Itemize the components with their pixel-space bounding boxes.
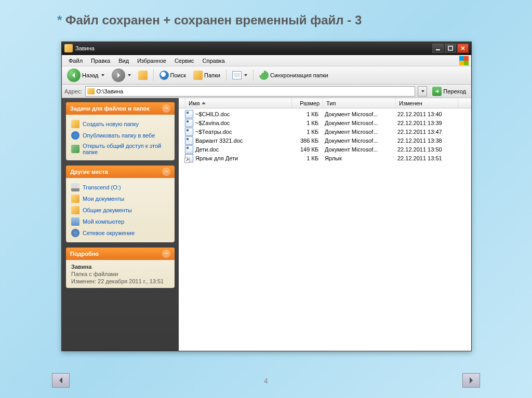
address-bar: Адрес: O:\Завина Переход — [62, 85, 471, 98]
file-size: 1 КБ — [290, 129, 322, 135]
panel-places-title: Другие места — [70, 169, 108, 175]
chevron-down-icon — [244, 74, 247, 76]
place-drive[interactable]: Transcend (O:) — [71, 182, 169, 193]
folders-label: Папки — [204, 72, 220, 78]
file-icon — [185, 136, 193, 145]
close-button[interactable] — [457, 44, 469, 53]
file-type: Документ Microsof... — [322, 129, 394, 135]
menu-tools[interactable]: Сервис — [170, 56, 198, 65]
menu-favorites[interactable]: Избранное — [133, 56, 170, 65]
globe-icon — [71, 131, 79, 140]
file-date: 22.12.2011 13:50 — [394, 146, 457, 153]
file-name: ~$Zavina.doc — [195, 120, 290, 126]
panel-tasks-header[interactable]: Задачи для файлов и папок — [66, 102, 175, 115]
column-label: Имя — [189, 100, 200, 106]
place-network[interactable]: Сетевое окружение — [71, 227, 169, 239]
column-type[interactable]: Тип — [323, 98, 396, 108]
file-row[interactable]: Дети.doc149 КБДокумент Microsof...22.12.… — [179, 145, 471, 154]
folders-button[interactable]: Папки — [191, 69, 223, 81]
sync-icon — [259, 71, 269, 80]
collapse-icon — [162, 168, 170, 176]
panel-details-body: Завина Папка с файлами Изменен: 22 декаб… — [66, 260, 175, 288]
back-button[interactable]: Назад — [64, 67, 107, 84]
svg-rect-0 — [436, 49, 440, 50]
file-row[interactable]: ~$Театры.doc1 КБДокумент Microsof...22.1… — [179, 127, 471, 136]
address-dropdown-button[interactable] — [418, 86, 427, 97]
prev-slide-button[interactable] — [52, 373, 70, 388]
go-icon — [432, 87, 442, 96]
file-type: Документ Microsof... — [322, 120, 394, 126]
menu-help[interactable]: Справка — [198, 56, 229, 65]
file-date: 22.12.2011 13:38 — [394, 138, 457, 144]
place-label: Общие документы — [83, 207, 132, 213]
menu-view[interactable]: Вид — [114, 56, 133, 65]
newfolder-icon — [71, 120, 79, 128]
file-icon — [185, 154, 193, 162]
sort-asc-icon — [202, 102, 206, 104]
file-row[interactable]: Вариант 3321.doc386 КБДокумент Microsof.… — [179, 136, 471, 145]
file-size: 386 КБ — [290, 138, 322, 144]
slide-number: 4 — [264, 377, 268, 385]
menu-file[interactable]: Файл — [64, 56, 87, 65]
file-type: Ярлык — [322, 155, 394, 161]
chevron-down-icon — [101, 74, 104, 76]
window-title: Завина — [75, 45, 432, 51]
place-label: Мой компьютер — [83, 218, 124, 225]
column-modified[interactable]: Изменен — [396, 98, 458, 108]
column-label: Изменен — [399, 100, 422, 106]
file-row[interactable]: ~$CHILD.doc1 КБДокумент Microsof...22.12… — [179, 109, 471, 118]
file-name: Дети.doc — [195, 146, 290, 153]
explorer-window: Завина Файл Правка Вид Избранное Сервис … — [61, 42, 472, 351]
place-mydocs[interactable]: Мои документы — [71, 193, 169, 204]
file-date: 22.12.2011 13:39 — [394, 120, 457, 126]
task-label: Открыть общий доступ к этой папке — [83, 143, 169, 155]
file-size: 149 КБ — [290, 146, 322, 153]
back-label: Назад — [82, 72, 99, 78]
column-size[interactable]: Размер — [292, 98, 323, 108]
address-path: O:\Завина — [97, 88, 124, 94]
file-row[interactable]: ~$Zavina.doc1 КБДокумент Microsof...22.1… — [179, 118, 471, 127]
panel-details-title: Подробно — [70, 251, 99, 257]
views-icon — [232, 71, 242, 79]
minimize-button[interactable] — [432, 44, 444, 53]
maximize-button[interactable] — [445, 44, 456, 53]
titlebar[interactable]: Завина — [62, 42, 471, 55]
file-list: ~$CHILD.doc1 КБДокумент Microsof...22.12… — [179, 108, 471, 351]
sync-button[interactable]: Синхронизация папки — [257, 69, 331, 81]
file-name: ~$Театры.doc — [195, 129, 290, 135]
next-slide-button[interactable] — [462, 373, 480, 388]
task-share[interactable]: Открыть общий доступ к этой папке — [71, 141, 169, 157]
views-button[interactable] — [230, 70, 250, 81]
file-icon — [185, 128, 193, 136]
forward-button[interactable] — [109, 67, 134, 84]
up-button[interactable] — [136, 69, 150, 81]
search-button[interactable]: Поиск — [157, 69, 189, 81]
go-button[interactable]: Переход — [430, 86, 469, 97]
address-input[interactable]: O:\Завина — [85, 86, 416, 97]
file-name: Ярлык для Дети — [195, 155, 290, 161]
chevron-down-icon — [421, 90, 424, 92]
menu-edit[interactable]: Правка — [87, 56, 114, 65]
column-blank — [179, 98, 185, 108]
column-label: Размер — [300, 100, 320, 106]
file-row[interactable]: Ярлык для Дети1 КБЯрлык22.12.2011 13:51 — [179, 154, 471, 162]
folder-up-icon — [138, 71, 148, 80]
folder-icon — [64, 44, 73, 52]
panel-details-header[interactable]: Подробно — [66, 248, 175, 260]
detail-type: Папка с файлами — [71, 271, 169, 277]
task-publish[interactable]: Опубликовать папку в вебе — [71, 130, 169, 141]
file-type: Документ Microsof... — [322, 146, 394, 153]
place-shareddocs[interactable]: Общие документы — [71, 204, 169, 216]
search-label: Поиск — [170, 72, 186, 78]
window-controls — [432, 44, 469, 53]
column-name[interactable]: Имя — [185, 98, 292, 108]
panel-places-header[interactable]: Другие места — [66, 166, 175, 178]
file-icon — [185, 119, 193, 127]
panel-tasks: Задачи для файлов и папок Создать новую … — [66, 102, 175, 160]
toolbar: Назад Поиск Папки Синхронизация папки — [62, 66, 471, 85]
detail-modified: Изменен: 22 декабря 2011 г., 13:51 — [71, 278, 169, 284]
computer-icon — [71, 217, 79, 226]
place-mycomputer[interactable]: Мой компьютер — [71, 216, 169, 227]
task-new-folder[interactable]: Создать новую папку — [71, 118, 169, 130]
go-label: Переход — [443, 88, 466, 94]
